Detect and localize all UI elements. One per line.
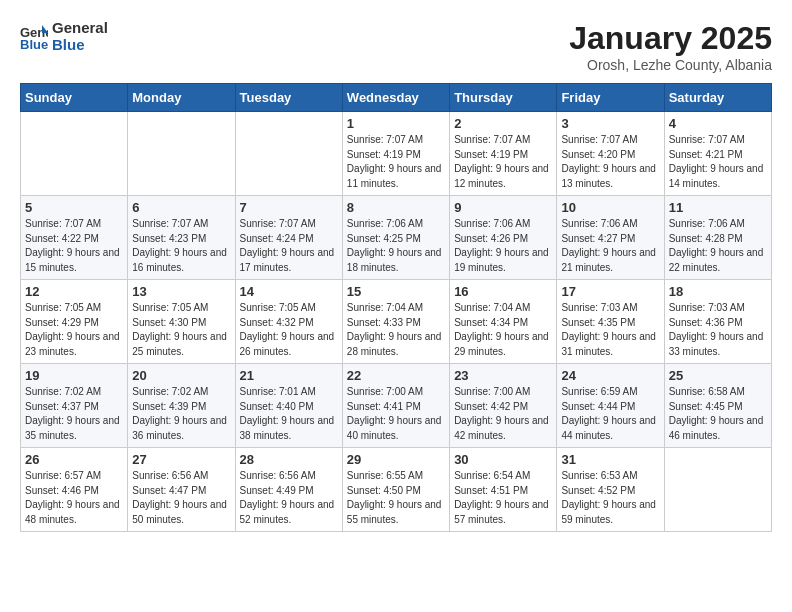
title-section: January 2025 Orosh, Lezhe County, Albani… [569, 20, 772, 73]
day-info: Sunrise: 6:55 AMSunset: 4:50 PMDaylight:… [347, 469, 445, 527]
calendar-cell: 18Sunrise: 7:03 AMSunset: 4:36 PMDayligh… [664, 280, 771, 364]
weekday-header-thursday: Thursday [450, 84, 557, 112]
calendar-cell: 9Sunrise: 7:06 AMSunset: 4:26 PMDaylight… [450, 196, 557, 280]
day-number: 11 [669, 200, 767, 215]
calendar-cell: 29Sunrise: 6:55 AMSunset: 4:50 PMDayligh… [342, 448, 449, 532]
day-number: 12 [25, 284, 123, 299]
day-info: Sunrise: 7:05 AMSunset: 4:29 PMDaylight:… [25, 301, 123, 359]
day-info: Sunrise: 6:56 AMSunset: 4:47 PMDaylight:… [132, 469, 230, 527]
day-info: Sunrise: 7:06 AMSunset: 4:27 PMDaylight:… [561, 217, 659, 275]
weekday-header-tuesday: Tuesday [235, 84, 342, 112]
page-header: General Blue General Blue January 2025 O… [20, 20, 772, 73]
day-number: 21 [240, 368, 338, 383]
day-number: 31 [561, 452, 659, 467]
calendar-week-4: 19Sunrise: 7:02 AMSunset: 4:37 PMDayligh… [21, 364, 772, 448]
day-info: Sunrise: 6:54 AMSunset: 4:51 PMDaylight:… [454, 469, 552, 527]
calendar-cell: 14Sunrise: 7:05 AMSunset: 4:32 PMDayligh… [235, 280, 342, 364]
logo-general: General [52, 20, 108, 37]
day-number: 22 [347, 368, 445, 383]
calendar-header-row: SundayMondayTuesdayWednesdayThursdayFrid… [21, 84, 772, 112]
day-number: 24 [561, 368, 659, 383]
day-number: 15 [347, 284, 445, 299]
day-number: 4 [669, 116, 767, 131]
day-info: Sunrise: 7:07 AMSunset: 4:24 PMDaylight:… [240, 217, 338, 275]
calendar-cell: 6Sunrise: 7:07 AMSunset: 4:23 PMDaylight… [128, 196, 235, 280]
day-number: 9 [454, 200, 552, 215]
day-number: 10 [561, 200, 659, 215]
calendar-week-3: 12Sunrise: 7:05 AMSunset: 4:29 PMDayligh… [21, 280, 772, 364]
calendar-cell: 1Sunrise: 7:07 AMSunset: 4:19 PMDaylight… [342, 112, 449, 196]
day-number: 20 [132, 368, 230, 383]
weekday-header-monday: Monday [128, 84, 235, 112]
calendar-cell [235, 112, 342, 196]
day-number: 27 [132, 452, 230, 467]
calendar-cell: 23Sunrise: 7:00 AMSunset: 4:42 PMDayligh… [450, 364, 557, 448]
day-number: 17 [561, 284, 659, 299]
calendar-cell: 19Sunrise: 7:02 AMSunset: 4:37 PMDayligh… [21, 364, 128, 448]
day-number: 14 [240, 284, 338, 299]
calendar-cell: 26Sunrise: 6:57 AMSunset: 4:46 PMDayligh… [21, 448, 128, 532]
day-info: Sunrise: 7:04 AMSunset: 4:33 PMDaylight:… [347, 301, 445, 359]
logo-blue: Blue [52, 37, 108, 54]
calendar-cell: 15Sunrise: 7:04 AMSunset: 4:33 PMDayligh… [342, 280, 449, 364]
month-title: January 2025 [569, 20, 772, 57]
calendar-cell [664, 448, 771, 532]
calendar-week-5: 26Sunrise: 6:57 AMSunset: 4:46 PMDayligh… [21, 448, 772, 532]
day-info: Sunrise: 7:01 AMSunset: 4:40 PMDaylight:… [240, 385, 338, 443]
svg-text:Blue: Blue [20, 37, 48, 51]
logo: General Blue General Blue [20, 20, 108, 53]
day-info: Sunrise: 7:00 AMSunset: 4:42 PMDaylight:… [454, 385, 552, 443]
logo-icon: General Blue [20, 23, 48, 51]
day-number: 29 [347, 452, 445, 467]
calendar-cell: 10Sunrise: 7:06 AMSunset: 4:27 PMDayligh… [557, 196, 664, 280]
day-number: 8 [347, 200, 445, 215]
day-number: 23 [454, 368, 552, 383]
day-info: Sunrise: 7:04 AMSunset: 4:34 PMDaylight:… [454, 301, 552, 359]
day-number: 28 [240, 452, 338, 467]
calendar-cell: 7Sunrise: 7:07 AMSunset: 4:24 PMDaylight… [235, 196, 342, 280]
day-info: Sunrise: 7:07 AMSunset: 4:21 PMDaylight:… [669, 133, 767, 191]
day-info: Sunrise: 6:58 AMSunset: 4:45 PMDaylight:… [669, 385, 767, 443]
calendar-week-2: 5Sunrise: 7:07 AMSunset: 4:22 PMDaylight… [21, 196, 772, 280]
day-number: 7 [240, 200, 338, 215]
day-info: Sunrise: 7:02 AMSunset: 4:39 PMDaylight:… [132, 385, 230, 443]
day-number: 26 [25, 452, 123, 467]
day-number: 25 [669, 368, 767, 383]
day-number: 5 [25, 200, 123, 215]
calendar-cell: 3Sunrise: 7:07 AMSunset: 4:20 PMDaylight… [557, 112, 664, 196]
day-info: Sunrise: 7:07 AMSunset: 4:23 PMDaylight:… [132, 217, 230, 275]
calendar-cell: 25Sunrise: 6:58 AMSunset: 4:45 PMDayligh… [664, 364, 771, 448]
calendar-table: SundayMondayTuesdayWednesdayThursdayFrid… [20, 83, 772, 532]
calendar-cell: 17Sunrise: 7:03 AMSunset: 4:35 PMDayligh… [557, 280, 664, 364]
day-info: Sunrise: 6:53 AMSunset: 4:52 PMDaylight:… [561, 469, 659, 527]
calendar-cell: 16Sunrise: 7:04 AMSunset: 4:34 PMDayligh… [450, 280, 557, 364]
day-number: 1 [347, 116, 445, 131]
day-info: Sunrise: 7:00 AMSunset: 4:41 PMDaylight:… [347, 385, 445, 443]
calendar-cell: 13Sunrise: 7:05 AMSunset: 4:30 PMDayligh… [128, 280, 235, 364]
calendar-cell [128, 112, 235, 196]
day-info: Sunrise: 7:06 AMSunset: 4:25 PMDaylight:… [347, 217, 445, 275]
logo-text: General Blue [52, 20, 108, 53]
day-number: 16 [454, 284, 552, 299]
day-info: Sunrise: 7:06 AMSunset: 4:28 PMDaylight:… [669, 217, 767, 275]
weekday-header-friday: Friday [557, 84, 664, 112]
day-info: Sunrise: 7:07 AMSunset: 4:19 PMDaylight:… [454, 133, 552, 191]
calendar-cell: 27Sunrise: 6:56 AMSunset: 4:47 PMDayligh… [128, 448, 235, 532]
day-info: Sunrise: 7:07 AMSunset: 4:19 PMDaylight:… [347, 133, 445, 191]
weekday-header-saturday: Saturday [664, 84, 771, 112]
calendar-cell: 20Sunrise: 7:02 AMSunset: 4:39 PMDayligh… [128, 364, 235, 448]
location-title: Orosh, Lezhe County, Albania [569, 57, 772, 73]
calendar-cell: 31Sunrise: 6:53 AMSunset: 4:52 PMDayligh… [557, 448, 664, 532]
day-number: 18 [669, 284, 767, 299]
day-info: Sunrise: 7:07 AMSunset: 4:20 PMDaylight:… [561, 133, 659, 191]
calendar-cell: 11Sunrise: 7:06 AMSunset: 4:28 PMDayligh… [664, 196, 771, 280]
calendar-cell: 5Sunrise: 7:07 AMSunset: 4:22 PMDaylight… [21, 196, 128, 280]
day-number: 13 [132, 284, 230, 299]
day-info: Sunrise: 7:06 AMSunset: 4:26 PMDaylight:… [454, 217, 552, 275]
calendar-cell [21, 112, 128, 196]
day-number: 30 [454, 452, 552, 467]
calendar-week-1: 1Sunrise: 7:07 AMSunset: 4:19 PMDaylight… [21, 112, 772, 196]
day-info: Sunrise: 7:03 AMSunset: 4:35 PMDaylight:… [561, 301, 659, 359]
day-info: Sunrise: 6:59 AMSunset: 4:44 PMDaylight:… [561, 385, 659, 443]
calendar-cell: 4Sunrise: 7:07 AMSunset: 4:21 PMDaylight… [664, 112, 771, 196]
